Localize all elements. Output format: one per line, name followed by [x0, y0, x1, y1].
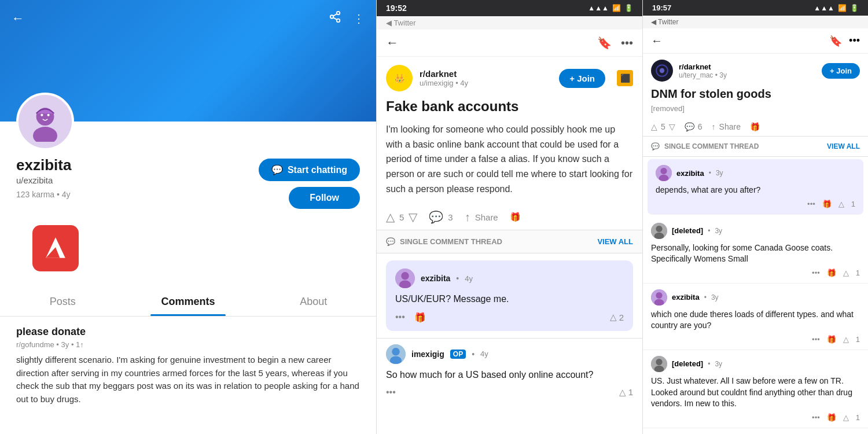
more-icon-2[interactable]: ••• — [849, 35, 860, 47]
comment-upvote-icon-1[interactable]: △ — [610, 312, 617, 322]
signal-icon-2: ▲▲▲ — [814, 4, 834, 12]
bookmark-icon-2[interactable]: 🔖 — [829, 35, 842, 47]
comment-icon-1[interactable]: 💬 — [429, 210, 443, 224]
view-all-button-1[interactable]: VIEW ALL — [597, 237, 633, 246]
thread2-comment-0: exzibita • 3y depends, what are you afte… — [648, 159, 863, 215]
bookmark-icon-1[interactable]: 🔖 — [597, 36, 612, 50]
comment-age-1: 4y — [465, 274, 473, 283]
op-badge: OP — [450, 350, 466, 359]
downvote-icon-2[interactable]: ▽ — [669, 122, 675, 131]
twitter-back-2[interactable]: ◀ Twitter — [651, 18, 678, 26]
comment-icon-2[interactable]: 💬 — [685, 122, 694, 131]
comment-award-icon-1[interactable]: 🎁 — [414, 312, 426, 323]
tab-posts[interactable]: Posts — [0, 288, 126, 316]
share-icon-1[interactable]: ↑ — [465, 211, 470, 224]
back-icon[interactable]: ← — [12, 11, 24, 26]
comment-upvote-icon-2[interactable]: △ — [619, 387, 626, 398]
award-group-1[interactable]: 🎁 — [510, 212, 521, 222]
more-icon[interactable]: ⋮ — [353, 12, 365, 25]
author-meta-2: u/tery_mac • 3y — [679, 71, 816, 79]
upvote-icon-1[interactable]: △ — [386, 210, 395, 224]
profile-tabs: Posts Comments About — [0, 288, 376, 317]
post-title: please donate — [16, 326, 360, 338]
status-time-2: 19:57 — [652, 3, 671, 12]
start-chatting-button[interactable]: 💬 Start chatting — [259, 159, 360, 181]
t2-vote-count-0: 1 — [851, 200, 855, 208]
t2-award-icon-0[interactable]: 🎁 — [822, 200, 832, 208]
twitter-back-1[interactable]: ◀ Twitter — [386, 19, 416, 27]
profile-handle: u/exzibita — [16, 175, 71, 185]
t2-upvote-icon-2[interactable]: △ — [843, 335, 849, 344]
signal-icon: ▲▲▲ — [588, 4, 609, 12]
single-comment-bar-1: 💬 SINGLE COMMENT THREAD VIEW ALL — [377, 230, 642, 253]
t2-award-icon-2[interactable]: 🎁 — [827, 335, 836, 344]
comment-group-2: 💬 6 — [685, 122, 703, 131]
comment-vote-1: △ 2 — [610, 312, 624, 322]
tab-comments[interactable]: Comments — [126, 288, 251, 316]
follow-button[interactable]: Follow — [289, 187, 360, 209]
comment-more-icon-1[interactable]: ••• — [395, 312, 405, 322]
join-button-2[interactable]: + Join — [822, 63, 860, 79]
svg-line-4 — [333, 14, 337, 16]
subreddit-avatar-2 — [651, 60, 673, 82]
share-group-1[interactable]: ↑ Share — [465, 211, 498, 224]
comment-actions-2: ••• △ 1 — [386, 387, 633, 398]
profile-actions: 💬 Start chatting Follow — [259, 159, 360, 209]
join-button-1[interactable]: + Join — [559, 69, 605, 88]
comment-vote-count-1: 2 — [619, 312, 624, 322]
svg-point-7 — [41, 114, 43, 116]
award-icon-2[interactable]: 🎁 — [750, 122, 760, 131]
thread2-post-actions: △ 5 ▽ 💬 6 ↑ Share 🎁 — [643, 117, 868, 137]
comment-count-1: 3 — [448, 212, 453, 222]
svg-point-18 — [392, 347, 400, 355]
profile-karma: 123 karma • 4y — [16, 190, 71, 199]
view-all-button-2[interactable]: VIEW ALL — [827, 142, 860, 150]
upvote-group-1: △ 5 ▽ — [386, 210, 417, 224]
t2-author-1: [deleted] — [672, 226, 703, 235]
award-icon-1[interactable]: 🎁 — [510, 212, 521, 222]
wifi-icon-2: 📶 — [838, 4, 847, 12]
profile-panel: ← ⋮ — [0, 0, 376, 434]
post-text: slightly different scenario. I'm asking … — [16, 354, 360, 406]
downvote-icon-1[interactable]: ▽ — [409, 210, 417, 224]
post-preview: please donate r/gofundme • 3y • 1↑ sligh… — [0, 317, 376, 415]
t2-award-icon-1[interactable]: 🎁 — [827, 269, 836, 277]
comment-age-2: 4y — [480, 350, 488, 358]
thread2-back-button[interactable]: ← — [651, 34, 663, 47]
t2-body-3: US. Just whatever. All I saw before were… — [651, 376, 860, 410]
tab-about[interactable]: About — [251, 288, 376, 316]
thread1-back-button[interactable]: ← — [386, 35, 399, 50]
share-icon-2[interactable]: ↑ — [712, 122, 716, 131]
author-meta-1: u/imexigig • 4y — [420, 79, 552, 87]
thread2-post-header: r/darknet u/tery_mac • 3y + Join — [643, 54, 868, 87]
share-label-1: Share — [475, 212, 498, 222]
upvote-icon-2[interactable]: △ — [651, 122, 657, 131]
t2-avatar-1 — [651, 223, 667, 239]
comment-more-icon-2[interactable]: ••• — [386, 387, 396, 398]
thread1-post-actions: △ 5 ▽ 💬 3 ↑ Share 🎁 — [377, 204, 642, 230]
t2-upvote-icon-0[interactable]: △ — [838, 200, 844, 208]
start-chatting-label: Start chatting — [288, 165, 347, 175]
t2-upvote-icon-1[interactable]: △ — [843, 269, 849, 277]
subreddit-name-1: r/darknet — [420, 69, 552, 79]
comment-thread-icon-1: 💬 — [386, 237, 395, 246]
subreddit-name-2: r/darknet — [679, 62, 816, 71]
share-group-2[interactable]: ↑ Share — [712, 122, 741, 131]
single-comment-label-1: 💬 SINGLE COMMENT THREAD — [386, 237, 502, 246]
more-icon-1[interactable]: ••• — [621, 36, 633, 50]
t2-award-icon-3[interactable]: 🎁 — [827, 413, 836, 422]
t2-more-icon-1[interactable]: ••• — [812, 269, 820, 277]
battery-icon-2: 🔋 — [850, 4, 859, 12]
chat-icon: 💬 — [271, 164, 283, 175]
t2-more-icon-3[interactable]: ••• — [812, 413, 820, 422]
share-label-2: Share — [719, 122, 741, 131]
t2-actions-3: ••• 🎁 △ 1 — [651, 413, 860, 422]
t2-upvote-icon-3[interactable]: △ — [843, 413, 849, 422]
share-icon[interactable] — [329, 10, 341, 26]
avatar-container — [16, 93, 74, 150]
t2-more-icon-0[interactable]: ••• — [807, 200, 815, 208]
gold-award-icon: ⬛ — [617, 70, 633, 86]
comment-vote-2: △ 1 — [619, 387, 633, 398]
t2-more-icon-2[interactable]: ••• — [812, 335, 820, 344]
t2-age-3: 3y — [715, 360, 722, 368]
